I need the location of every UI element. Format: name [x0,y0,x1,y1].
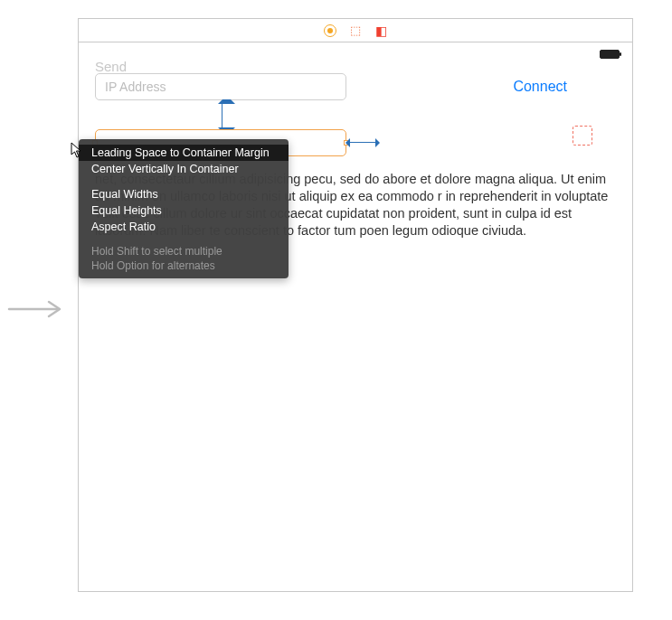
cube-icon[interactable]: ⬚ [349,24,362,37]
horizontal-constraint-indicator[interactable] [346,142,379,143]
canvas-content: IP Address Connect Send net, consectetau… [79,42,632,591]
menu-item-aspect-ratio[interactable]: Aspect Ratio [79,219,289,235]
menu-item-equal-widths[interactable]: Equal Widths [79,186,289,202]
menu-hint-shift: Hold Shift to select multiple [79,244,289,258]
battery-icon [600,50,620,59]
connect-button[interactable]: Connect [513,79,567,95]
breakpoint-icon[interactable] [324,24,336,37]
ip-address-field[interactable]: IP Address [95,73,346,100]
external-pointer-arrow [7,300,65,318]
ip-placeholder: IP Address [105,80,166,94]
menu-hint-option: Hold Option for alternates [79,258,289,273]
menu-item-center-vertically[interactable]: Center Vertically In Container [79,161,289,177]
menu-separator [79,177,289,186]
empty-image-placeholder[interactable] [573,126,592,146]
top-toolbar: ⬚ ◧ [79,19,632,42]
stack-icon[interactable]: ◧ [374,24,387,37]
send-button-disabled[interactable]: Send [95,59,127,74]
vertical-constraint-indicator[interactable] [222,100,222,131]
menu-item-leading-space[interactable]: Leading Space to Container Margin [79,145,289,161]
menu-separator [79,235,289,244]
cursor-icon [71,142,83,158]
canvas-frame: ⬚ ◧ IP Address Connect Send net, consect… [78,18,633,592]
constraint-context-menu: Leading Space to Container Margin Center… [79,139,289,278]
menu-item-equal-heights[interactable]: Equal Heights [79,202,289,219]
